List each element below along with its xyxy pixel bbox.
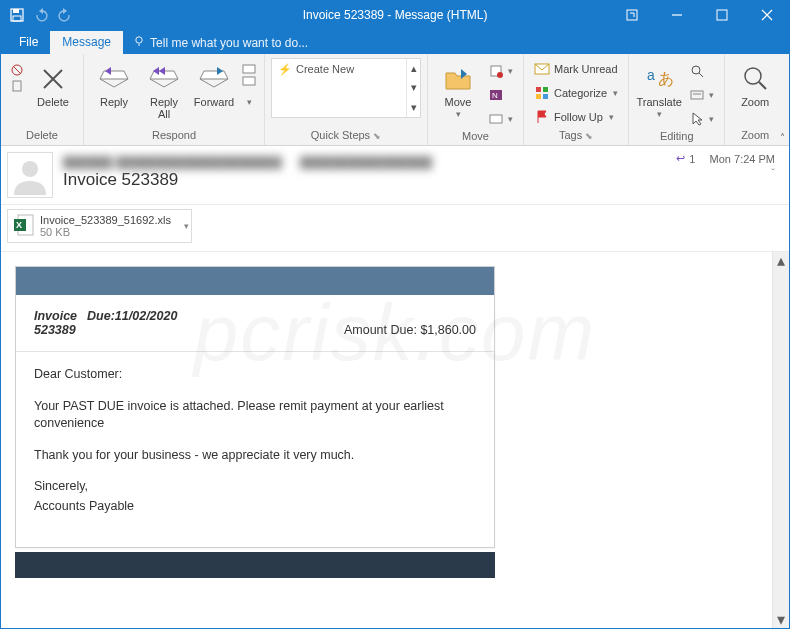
group-label-zoom: Zoom bbox=[731, 129, 779, 143]
window-popout-icon[interactable] bbox=[609, 1, 654, 29]
reply-all-label-1: Reply bbox=[150, 96, 178, 108]
svg-text:X: X bbox=[16, 220, 22, 230]
rules-button[interactable]: ▾ bbox=[484, 60, 517, 82]
svg-point-8 bbox=[136, 37, 142, 43]
create-new-label: Create New bbox=[296, 63, 354, 75]
svg-rect-3 bbox=[627, 10, 637, 20]
svg-rect-2 bbox=[13, 16, 21, 21]
actions-button[interactable]: ▾ bbox=[484, 108, 517, 130]
scroll-up-icon[interactable]: ▴ bbox=[773, 252, 789, 269]
signoff-1: Sincerely, bbox=[34, 478, 476, 496]
zoom-button[interactable]: Zoom bbox=[731, 58, 779, 120]
close-button[interactable] bbox=[744, 1, 789, 29]
categorize-label: Categorize bbox=[554, 87, 607, 99]
svg-point-18 bbox=[497, 72, 503, 78]
from-line: ██████ ████████████████████ ████████████… bbox=[63, 152, 676, 168]
onenote-icon: N bbox=[488, 87, 504, 103]
minimize-button[interactable] bbox=[654, 1, 699, 29]
svg-line-34 bbox=[759, 82, 766, 89]
maximize-button[interactable] bbox=[699, 1, 744, 29]
tab-strip: File Message Tell me what you want to do… bbox=[1, 29, 789, 54]
ribbon-group-quicksteps: ⚡ Create New ▴▾▾ Quick Steps ⬊ bbox=[265, 54, 428, 145]
related-button[interactable]: ▾ bbox=[685, 84, 718, 106]
categorize-icon bbox=[534, 85, 550, 101]
greeting: Dear Customer: bbox=[34, 366, 476, 384]
group-label-delete: Delete bbox=[7, 129, 77, 143]
header-chevron-icon[interactable]: ˇ bbox=[771, 167, 775, 179]
title-bar: Invoice 523389 - Message (HTML) bbox=[1, 1, 789, 29]
reply-button[interactable]: Reply bbox=[90, 58, 138, 120]
svg-point-33 bbox=[745, 68, 761, 84]
svg-text:a: a bbox=[647, 67, 655, 83]
group-label-editing: Editing bbox=[635, 130, 718, 144]
undo-icon[interactable] bbox=[33, 7, 49, 23]
save-icon[interactable] bbox=[9, 7, 25, 23]
svg-rect-16 bbox=[243, 77, 255, 85]
cursor-icon bbox=[689, 111, 705, 127]
reply-all-button[interactable]: ReplyAll bbox=[140, 58, 188, 120]
lightning-icon: ⚡ bbox=[278, 63, 292, 76]
actions-icon bbox=[488, 111, 504, 127]
group-label-tags: Tags ⬊ bbox=[530, 129, 622, 143]
gallery-down-icon[interactable]: ▾ bbox=[407, 78, 420, 97]
excel-file-icon: X bbox=[14, 214, 34, 238]
move-button[interactable]: Move▾ bbox=[434, 58, 482, 120]
ignore-button[interactable] bbox=[7, 58, 27, 96]
group-label-quicksteps: Quick Steps ⬊ bbox=[271, 129, 421, 143]
body-line-2: Thank you for your business - we appreci… bbox=[34, 447, 476, 465]
svg-text:N: N bbox=[492, 91, 498, 100]
tell-me-label: Tell me what you want to do... bbox=[150, 36, 308, 50]
attachment-dropdown-icon[interactable]: ▾ bbox=[184, 221, 189, 231]
follow-up-button[interactable]: Follow Up▾ bbox=[530, 106, 622, 128]
quicksteps-gallery[interactable]: ⚡ Create New ▴▾▾ bbox=[271, 58, 421, 118]
reply-indicator: ↩1 Mon 7:24 PM bbox=[676, 152, 775, 165]
invoice-due: Due:11/02/2020 bbox=[87, 309, 177, 337]
mark-unread-button[interactable]: Mark Unread bbox=[530, 58, 622, 80]
svg-rect-5 bbox=[717, 10, 727, 20]
vertical-scrollbar[interactable]: ▴ ▾ bbox=[772, 252, 789, 628]
svg-rect-25 bbox=[536, 94, 541, 99]
more-respond-button[interactable]: ▾ bbox=[240, 58, 258, 120]
tab-message[interactable]: Message bbox=[50, 31, 123, 54]
onenote-button[interactable]: N bbox=[484, 84, 517, 106]
gallery-more-icon[interactable]: ▾ bbox=[407, 98, 420, 117]
search-icon bbox=[689, 63, 705, 79]
delete-label: Delete bbox=[37, 96, 69, 108]
zoom-label: Zoom bbox=[741, 96, 769, 108]
ribbon-group-delete: Delete Delete bbox=[1, 54, 84, 145]
envelope-closed-icon bbox=[534, 61, 550, 77]
attachment-name: Invoice_523389_51692.xls bbox=[40, 214, 171, 226]
redo-icon[interactable] bbox=[57, 7, 73, 23]
translate-button[interactable]: aあ Translate▾ bbox=[635, 58, 683, 120]
group-label-move: Move bbox=[434, 130, 517, 144]
invoice-footer-bar bbox=[15, 552, 495, 578]
invoice-header-bar bbox=[16, 267, 494, 295]
ribbon-group-move: Move▾ ▾ N ▾ Move bbox=[428, 54, 524, 145]
message-header: ██████ ████████████████████ ████████████… bbox=[1, 146, 789, 205]
svg-line-11 bbox=[13, 66, 21, 74]
received-time: Mon 7:24 PM bbox=[710, 153, 775, 165]
avatar bbox=[7, 152, 53, 198]
delete-button[interactable]: Delete bbox=[29, 58, 77, 120]
forward-button[interactable]: Forward bbox=[190, 58, 238, 120]
svg-rect-1 bbox=[13, 9, 19, 13]
ribbon-group-respond: Reply ReplyAll Forward ▾ Respond bbox=[84, 54, 265, 145]
forward-label: Forward bbox=[194, 96, 234, 108]
collapse-ribbon-icon[interactable]: ˄ bbox=[780, 132, 785, 143]
move-label: Move bbox=[445, 96, 472, 108]
tab-file[interactable]: File bbox=[7, 31, 50, 54]
invoice-label: Invoice bbox=[34, 309, 77, 323]
gallery-up-icon[interactable]: ▴ bbox=[407, 59, 420, 78]
attachment-chip[interactable]: X Invoice_523389_51692.xls 50 KB ▾ bbox=[7, 209, 192, 243]
svg-rect-12 bbox=[13, 81, 21, 91]
reply-arrow-icon: ↩ bbox=[676, 152, 685, 165]
categorize-button[interactable]: Categorize▾ bbox=[530, 82, 622, 104]
scroll-down-icon[interactable]: ▾ bbox=[773, 611, 789, 628]
select-button[interactable]: ▾ bbox=[685, 108, 718, 130]
find-button[interactable] bbox=[685, 60, 718, 82]
attachment-size: 50 KB bbox=[40, 226, 171, 238]
svg-text:あ: あ bbox=[658, 70, 674, 87]
related-icon bbox=[689, 87, 705, 103]
tell-me-search[interactable]: Tell me what you want to do... bbox=[123, 31, 318, 54]
signoff-2: Accounts Payable bbox=[34, 498, 476, 516]
